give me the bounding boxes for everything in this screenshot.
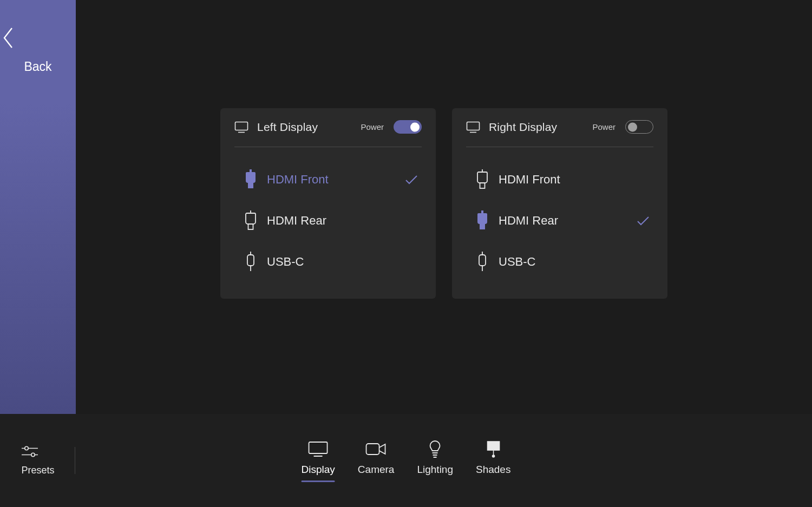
source-label: HDMI Rear	[499, 214, 636, 228]
source-hdmi-front[interactable]: HDMI Front	[466, 159, 653, 200]
card-right-display: Right Display Power HDMI Front	[452, 108, 667, 299]
presets-label: Presets	[21, 465, 55, 476]
usbc-icon	[234, 252, 267, 272]
source-usb-c[interactable]: USB-C	[466, 241, 653, 282]
source-label: HDMI Front	[267, 173, 404, 187]
svg-rect-12	[480, 183, 485, 188]
power-toggle[interactable]	[394, 120, 422, 134]
nav-label: Shades	[476, 464, 510, 476]
card-header: Right Display Power	[466, 120, 653, 147]
nav-label: Lighting	[417, 464, 453, 476]
nav-shades[interactable]: Shades	[476, 440, 510, 481]
usbc-icon	[466, 252, 499, 272]
source-hdmi-rear[interactable]: HDMI Rear	[466, 200, 653, 241]
check-icon	[636, 215, 650, 226]
bottom-nav: Display Camera Lighting	[302, 440, 511, 481]
source-label: USB-C	[499, 255, 653, 269]
card-title: Right Display	[489, 121, 592, 134]
svg-rect-0	[235, 122, 248, 130]
divider	[75, 447, 75, 474]
svg-point-21	[31, 453, 35, 456]
nav-camera[interactable]: Camera	[358, 440, 395, 481]
check-icon	[404, 174, 418, 185]
svg-point-19	[25, 446, 28, 450]
source-list: HDMI Front HDMI Rear	[466, 147, 653, 282]
source-hdmi-front[interactable]: HDMI Front	[234, 159, 422, 200]
svg-rect-9	[467, 122, 480, 130]
svg-rect-14	[480, 224, 485, 229]
source-label: USB-C	[267, 255, 422, 269]
svg-rect-22	[309, 442, 328, 453]
svg-rect-24	[366, 444, 379, 455]
card-header: Left Display Power	[234, 120, 422, 147]
svg-rect-2	[250, 169, 252, 172]
source-label: HDMI Front	[499, 173, 653, 187]
nav-lighting[interactable]: Lighting	[417, 440, 453, 481]
svg-rect-7	[247, 255, 254, 266]
nav-label: Camera	[358, 464, 395, 476]
nav-label: Display	[302, 464, 335, 476]
svg-rect-16	[479, 255, 486, 266]
power-toggle[interactable]	[625, 120, 653, 134]
back-label: Back	[0, 60, 76, 74]
main-content: Left Display Power HDMI Front	[76, 0, 812, 414]
svg-point-30	[492, 455, 494, 457]
source-usb-c[interactable]: USB-C	[234, 241, 422, 282]
shades-icon	[486, 440, 501, 458]
svg-rect-5	[248, 224, 253, 229]
svg-rect-28	[487, 442, 499, 450]
display-icon	[308, 440, 329, 458]
monitor-icon	[466, 121, 480, 133]
power-label: Power	[592, 122, 615, 131]
card-title: Left Display	[257, 121, 361, 134]
sliders-icon	[21, 445, 55, 458]
hdmi-icon	[466, 169, 499, 190]
source-hdmi-rear[interactable]: HDMI Rear	[234, 200, 422, 241]
nav-display[interactable]: Display	[302, 440, 335, 481]
bottom-bar: Presets Display Camera	[0, 414, 812, 507]
monitor-icon	[234, 121, 248, 133]
power-label: Power	[361, 122, 384, 131]
svg-rect-3	[248, 183, 253, 188]
hdmi-icon	[234, 169, 267, 190]
camera-icon	[365, 440, 387, 458]
card-left-display: Left Display Power HDMI Front	[220, 108, 436, 299]
chevron-left-icon	[0, 26, 76, 50]
back-button[interactable]: Back	[0, 26, 76, 74]
source-label: HDMI Rear	[267, 214, 422, 228]
hdmi-icon	[234, 210, 267, 231]
hdmi-icon	[466, 210, 499, 231]
svg-rect-13	[481, 210, 483, 213]
sidebar: Back	[0, 0, 76, 414]
source-list: HDMI Front HDMI Rear	[234, 147, 422, 282]
lightbulb-icon	[428, 440, 442, 458]
presets-button[interactable]: Presets	[21, 445, 55, 476]
